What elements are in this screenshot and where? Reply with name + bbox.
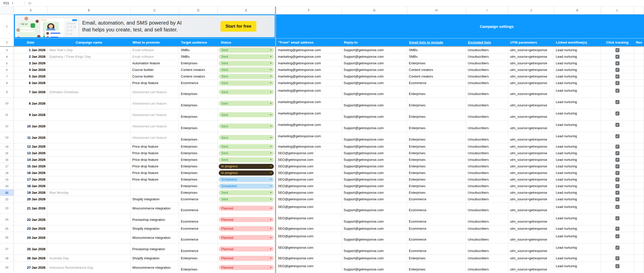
- cell-status[interactable]: Sent▼: [218, 60, 275, 66]
- cell-from-email[interactable]: marketing@getresponse.com: [276, 121, 342, 132]
- cell-email-lists[interactable]: Enterprises: [407, 262, 466, 273]
- status-dropdown[interactable]: Sent▼: [219, 190, 274, 195]
- cell-from-email[interactable]: SEO@getresponse.com: [276, 170, 342, 176]
- getresponse-ad-banner[interactable]: Sign up! Welcome, Joane: [15, 15, 275, 37]
- cell-utm-parameters[interactable]: utm_source=getresponse: [508, 60, 554, 66]
- cell-empty[interactable]: [634, 189, 644, 196]
- cell-from-email[interactable]: SEO@getresponse.com: [276, 183, 342, 189]
- cell-target-audience[interactable]: Ecommerce: [179, 203, 218, 214]
- cell-campaign-name[interactable]: [48, 143, 130, 150]
- cell-date[interactable]: 11 Jan 2026: [14, 132, 48, 143]
- cell-campaign-name[interactable]: [48, 121, 130, 132]
- cell-click-tracking[interactable]: ✓: [601, 47, 634, 53]
- cell-reply-to[interactable]: Support@getresponse.com: [342, 183, 407, 189]
- cell-utm-parameters[interactable]: utm_source=getresponse: [508, 132, 554, 143]
- cell-click-tracking[interactable]: ✓: [601, 232, 634, 243]
- cell-status[interactable]: In progress▼: [218, 163, 275, 169]
- cell-from-email[interactable]: marketing@getresponse.com: [276, 73, 342, 80]
- cell-campaign-name[interactable]: [48, 170, 130, 176]
- cell-from-email[interactable]: SEO@getresponse.com: [276, 196, 342, 202]
- status-dropdown[interactable]: Sent▼: [219, 54, 274, 59]
- status-dropdown[interactable]: Sent▼: [219, 61, 274, 66]
- header-target-audience[interactable]: Target audience: [179, 38, 218, 46]
- cell-email-lists[interactable]: Enterprises: [407, 157, 466, 163]
- cell-email-lists[interactable]: Ecommerce: [407, 232, 466, 243]
- click-tracking-checkbox[interactable]: ✓: [615, 123, 619, 127]
- cell-campaign-name[interactable]: [48, 73, 130, 80]
- name-box[interactable]: P21 ▼: [0, 2, 22, 5]
- cell-utm-parameters[interactable]: utm_source=getresponse: [508, 232, 554, 243]
- column-header-a[interactable]: A: [14, 7, 48, 14]
- cell-target-audience[interactable]: SMBs: [179, 53, 218, 60]
- cell-date[interactable]: 19 Jan 2026: [14, 189, 48, 196]
- cell-date[interactable]: 12 Jan 2026: [14, 143, 48, 150]
- cell-email-lists[interactable]: Content creators: [407, 73, 466, 80]
- cell-campaign-name[interactable]: [48, 176, 130, 183]
- cell-from-email[interactable]: marketing@getresponse.com: [276, 86, 342, 97]
- cell-status[interactable]: Sent▼: [218, 109, 275, 120]
- cell-target-audience[interactable]: Enterprises: [179, 60, 218, 66]
- cell-status[interactable]: In progress▼: [218, 170, 275, 176]
- cell-date[interactable]: 26 Jan 2026: [14, 255, 48, 262]
- cell-reply-to[interactable]: Support@getresponse.com: [342, 121, 407, 132]
- cell-campaign-name[interactable]: [48, 98, 130, 109]
- cell-excluded-lists[interactable]: Unsubscribers: [466, 121, 508, 132]
- row-number[interactable]: 24: [0, 214, 14, 225]
- header-date[interactable]: Date: [14, 38, 48, 46]
- cell-utm-parameters[interactable]: utm_source=getresponse: [508, 189, 554, 196]
- cell-from-email[interactable]: SEO@getresponse.com: [276, 157, 342, 163]
- cell-excluded-lists[interactable]: Unsubscribers: [466, 150, 508, 156]
- row-number[interactable]: 16: [0, 157, 14, 163]
- cell-campaign-name[interactable]: [48, 214, 130, 225]
- cell-excluded-lists[interactable]: Unsubscribers: [466, 170, 508, 176]
- cell-empty[interactable]: [634, 203, 644, 214]
- cell-from-email[interactable]: marketing@getresponse.com: [276, 47, 342, 53]
- cell-campaign-name[interactable]: [48, 183, 130, 189]
- cell-reply-to[interactable]: Support@getresponse.com: [342, 132, 407, 143]
- cell-linked-workflow[interactable]: Lead nurturing: [554, 203, 601, 214]
- cell-reply-to[interactable]: Support@getresponse.com: [342, 109, 407, 120]
- cell-date[interactable]: 15 Jan 2026: [14, 163, 48, 169]
- cell-linked-workflow[interactable]: Lead nurturing: [554, 214, 601, 225]
- cell-empty[interactable]: [634, 132, 644, 143]
- status-dropdown[interactable]: Scheduled▼: [219, 177, 274, 182]
- status-dropdown[interactable]: Planned▼: [219, 235, 274, 240]
- cell-email-lists[interactable]: Enterprises: [407, 143, 466, 150]
- cell-what-to-promote[interactable]: Shopify integration: [130, 255, 179, 262]
- header-reply-to[interactable]: Reply-to: [342, 38, 407, 46]
- cell-status[interactable]: Sent▼: [218, 189, 275, 196]
- cell-campaign-name[interactable]: [48, 157, 130, 163]
- cell-click-tracking[interactable]: ✓: [601, 176, 634, 183]
- cell-date[interactable]: 22 Jan 2026: [14, 214, 48, 225]
- cell-excluded-lists[interactable]: Unsubscribers: [466, 86, 508, 97]
- cell-empty[interactable]: [634, 47, 644, 53]
- cell-target-audience[interactable]: Ecommerce: [179, 80, 218, 86]
- click-tracking-checkbox[interactable]: ✓: [615, 178, 619, 182]
- cell-date[interactable]: 18 Jan 2026: [14, 183, 48, 189]
- row-number[interactable]: 29: [0, 262, 14, 273]
- cell-what-to-promote[interactable]: Prestashop integration: [130, 214, 179, 225]
- click-tracking-checkbox[interactable]: ✓: [615, 55, 619, 59]
- cell-empty[interactable]: [634, 157, 644, 163]
- cell-date[interactable]: 14 Jan 2026: [14, 157, 48, 163]
- cell-empty[interactable]: [634, 225, 644, 232]
- click-tracking-checkbox[interactable]: ✓: [615, 164, 619, 168]
- cell-status[interactable]: Planned▼: [218, 255, 275, 262]
- click-tracking-checkbox[interactable]: ✓: [615, 246, 619, 250]
- cell-date[interactable]: 1 Jan 2026: [14, 47, 48, 53]
- cell-campaign-name[interactable]: Australia Day: [48, 255, 130, 262]
- cell-email-lists[interactable]: Ecommerce: [407, 225, 466, 232]
- cell-empty[interactable]: [634, 109, 644, 120]
- cell-linked-workflow[interactable]: Lead nurturing: [554, 157, 601, 163]
- cell-email-lists[interactable]: SMBs: [407, 47, 466, 53]
- cell-click-tracking[interactable]: ✓: [601, 163, 634, 169]
- header-excluded-lists-link[interactable]: Excluded lists: [466, 38, 508, 46]
- cell-target-audience[interactable]: Enterprises: [179, 262, 218, 273]
- click-tracking-checkbox[interactable]: ✓: [615, 134, 619, 138]
- cell-click-tracking[interactable]: ✓: [601, 67, 634, 73]
- click-tracking-checkbox[interactable]: ✓: [615, 184, 619, 188]
- cell-linked-workflow[interactable]: Lead nurturing: [554, 183, 601, 189]
- cell-from-email[interactable]: SEO@getresponse.com: [276, 176, 342, 183]
- cell-empty[interactable]: [634, 196, 644, 202]
- cell-what-to-promote[interactable]: Price drop feature: [130, 143, 179, 150]
